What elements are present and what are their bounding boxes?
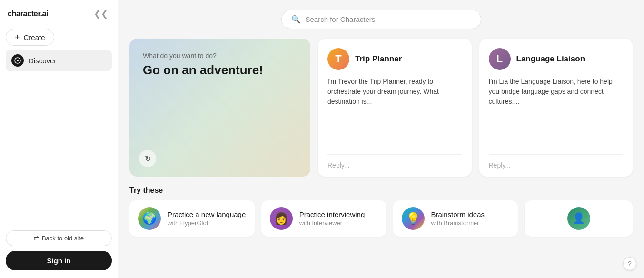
character-name: Trip Planner [355,54,402,64]
help-icon[interactable]: ? [623,257,636,270]
sidebar: character.ai ❮❮ + Create Discover ⇄ Back… [0,0,118,278]
try-card-main: Practice a new language [168,210,246,218]
refresh-button[interactable]: ↻ [139,150,156,167]
character-name: Language Liaison [516,54,585,64]
avatar: L [489,48,511,70]
reply-input[interactable]: Reply... [327,154,462,169]
search-input[interactable]: Search for Characters [306,15,376,23]
try-card-rest: ideas [466,210,485,218]
try-card-main: Brainstorm ideas [431,210,485,218]
character-card-language-liaison[interactable]: L Language Liaison I'm Lia the Language … [479,39,633,177]
try-card-text: Practice interviewing with Interviewer [299,210,365,227]
interviewer-icon: 👩 [270,207,293,230]
try-card-sub: with Interviewer [299,219,365,227]
try-card-bold: Practice [168,210,193,218]
create-button[interactable]: + Create [6,29,54,46]
globe-icon: 🌍 [138,207,161,230]
try-these-title: Try these [129,186,633,195]
try-card-interviewing[interactable]: 👩 Practice interviewing with Interviewer [261,200,386,237]
try-card-text: Brainstorm ideas with Brainstormer [431,210,485,227]
back-to-old-site-button[interactable]: ⇄ Back to old site [6,230,112,246]
search-bar[interactable]: 🔍 Search for Characters [281,10,481,29]
app-logo: character.ai [8,10,48,18]
more-avatar: 👤 [567,207,590,230]
try-card-sub: with HyperGlot [168,219,246,227]
try-card-main: Practice interviewing [299,210,365,218]
try-card-rest: interviewing [325,210,365,218]
try-card-bold: Brainstorm [431,210,466,218]
reply-input[interactable]: Reply... [489,154,624,169]
try-card-text: Practice a new language with HyperGlot [168,210,246,227]
avatar: T [327,48,349,70]
refresh-icon: ↻ [145,154,151,163]
sidebar-bottom: ⇄ Back to old site Sign in [6,230,112,270]
try-card-more[interactable]: 👤 [525,200,633,237]
try-card-sub: with Brainstormer [431,219,485,227]
plus-icon: + [15,33,20,41]
character-desc: I'm Trevor the Trip Planner, ready to or… [327,77,462,154]
character-card-trip-planner[interactable]: T Trip Planner I'm Trevor the Trip Plann… [318,39,472,177]
svg-point-1 [17,60,19,61]
main-content: 🔍 Search for Characters What do you want… [118,0,644,278]
try-these-section: Try these 🌍 Practice a new language with… [129,186,633,270]
try-card-bold: Practice [299,210,325,218]
sidebar-header: character.ai ❮❮ [6,8,112,20]
card-header: T Trip Planner [327,48,462,70]
card-header: L Language Liaison [489,48,624,70]
hero-title: Go on an adventure! [143,62,297,78]
hero-banner: What do you want to do? Go on an adventu… [129,39,310,177]
sign-in-button[interactable]: Sign in [6,251,112,270]
try-card-language[interactable]: 🌍 Practice a new language with HyperGlot [129,200,255,237]
search-icon: 🔍 [291,15,301,24]
try-cards-list: 🌍 Practice a new language with HyperGlot… [129,200,633,237]
back-label: Back to old site [42,235,84,242]
create-label: Create [24,33,45,41]
try-card-rest: a new language [193,210,246,218]
character-desc: I'm Lia the Language Liaison, here to he… [489,77,624,154]
discover-label: Discover [29,57,56,65]
brain-icon: 💡 [402,207,425,230]
hero-section: What do you want to do? Go on an adventu… [129,39,633,177]
hero-question: What do you want to do? [143,52,297,60]
sidebar-item-discover[interactable]: Discover [6,50,112,71]
search-container: 🔍 Search for Characters [129,8,633,29]
collapse-icon[interactable]: ❮❮ [92,8,110,20]
back-arrows-icon: ⇄ [34,235,39,242]
try-card-brainstorm[interactable]: 💡 Brainstorm ideas with Brainstormer [393,200,518,237]
discover-icon [11,54,24,67]
